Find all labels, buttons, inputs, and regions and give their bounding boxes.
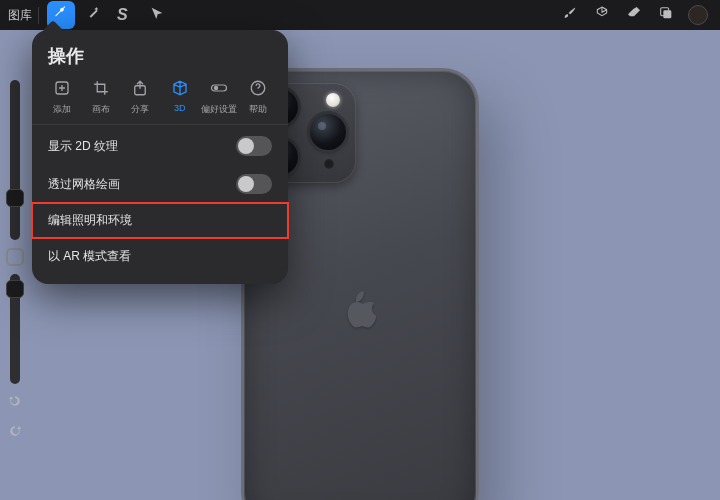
layers-button[interactable] [652,1,680,29]
layers-icon [658,5,674,25]
actions-tab-label: 帮助 [249,103,267,116]
smudge-tool-button[interactable] [588,1,616,29]
transform-arrow-button[interactable] [143,1,171,29]
color-swatch [688,5,708,25]
redo-button[interactable] [4,422,26,444]
actions-tab-label: 偏好设置 [201,103,237,116]
row-label: 显示 2D 纹理 [48,138,118,155]
row-view-in-ar[interactable]: 以 AR 模式查看 [32,239,288,274]
svg-rect-1 [663,10,671,18]
canvas-crop-icon [92,79,110,99]
apple-logo-icon [343,291,377,329]
brush-size-slider[interactable] [10,80,20,240]
actions-tab-label: 画布 [92,103,110,116]
brush-size-knob[interactable] [6,189,24,207]
camera-flash-icon [326,93,340,107]
row-show-2d-texture[interactable]: 显示 2D 纹理 [32,127,288,165]
row-label: 以 AR 模式查看 [48,248,131,265]
actions-tab-row: 添加 画布 分享 3D 偏好设置 [32,78,288,124]
help-icon [249,79,267,99]
row-label: 编辑照明和环境 [48,212,132,229]
toggle-paint-through-mesh[interactable] [236,174,272,194]
color-picker-button[interactable] [684,1,712,29]
smudge-icon [594,5,610,25]
actions-3d-list: 显示 2D 纹理 透过网格绘画 编辑照明和环境 以 AR 模式查看 [32,125,288,274]
wand-icon [85,5,101,25]
actions-tab-help[interactable]: 帮助 [239,78,278,116]
eraser-icon [626,5,642,25]
row-edit-lighting-environment[interactable]: 编辑照明和环境 [32,203,288,238]
brush-opacity-knob[interactable] [6,280,24,298]
gallery-button[interactable]: 图库 [8,7,39,24]
brush-opacity-slider[interactable] [10,274,20,384]
actions-tab-label: 添加 [53,103,71,116]
prefs-toggle-icon [210,79,228,99]
actions-popover-title: 操作 [32,40,288,78]
row-label: 透过网格绘画 [48,176,120,193]
actions-tab-label: 3D [174,103,186,113]
camera-lens-icon [310,114,346,150]
modifier-button[interactable] [6,248,24,266]
adjustments-wand-button[interactable] [79,1,107,29]
row-paint-through-mesh[interactable]: 透过网格绘画 [32,165,288,203]
brush-icon [562,5,578,25]
selection-s-icon: S [117,7,133,23]
brush-tool-button[interactable] [556,1,584,29]
toggle-show-2d-texture[interactable] [236,136,272,156]
redo-icon [7,423,23,443]
actions-tab-add[interactable]: 添加 [42,78,81,116]
left-sidebar-sliders [4,80,26,444]
add-icon [53,79,71,99]
actions-tab-share[interactable]: 分享 [121,78,160,116]
toolbar-left-group: 图库 S [8,1,171,29]
cursor-arrow-icon [149,5,165,25]
toolbar-right-group [556,1,712,29]
top-toolbar: 图库 S [0,0,720,30]
actions-tab-label: 分享 [131,103,149,116]
eraser-tool-button[interactable] [620,1,648,29]
actions-popover: 操作 添加 画布 分享 3D [32,30,288,284]
cube-3d-icon [171,79,189,99]
actions-tab-3d[interactable]: 3D [160,78,199,116]
svg-point-5 [214,86,219,91]
lidar-sensor-icon [324,159,334,169]
share-icon [131,79,149,99]
undo-icon [7,393,23,413]
actions-tab-prefs[interactable]: 偏好设置 [199,78,238,116]
selection-tool-button[interactable]: S [111,1,139,29]
undo-button[interactable] [4,392,26,414]
actions-tab-canvas[interactable]: 画布 [81,78,120,116]
